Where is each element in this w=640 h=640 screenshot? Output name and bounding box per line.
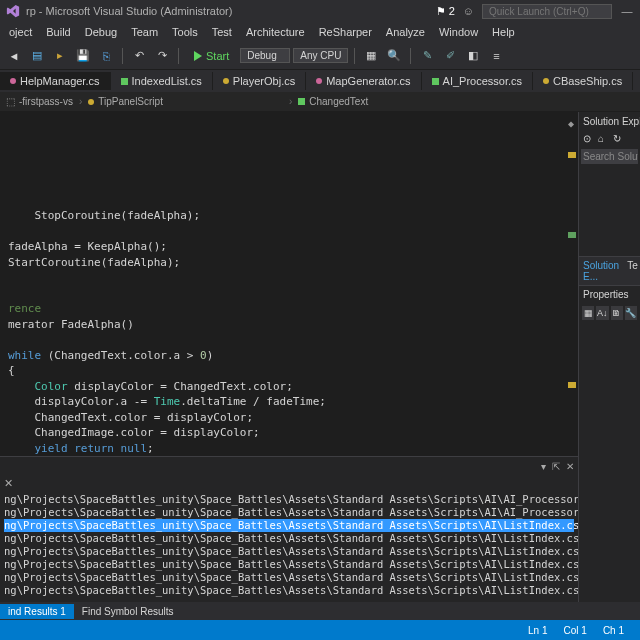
file-type-icon xyxy=(10,78,16,84)
change-marker-icon xyxy=(568,152,576,158)
doc-tab[interactable]: HelpManager.cs xyxy=(0,72,111,90)
extra-1-icon[interactable]: ▦ xyxy=(361,46,381,66)
uncomment-icon[interactable]: ✐ xyxy=(440,46,460,66)
change-marker-icon xyxy=(568,382,576,388)
find-results-tab[interactable]: ind Results 1 xyxy=(0,604,74,619)
close-icon[interactable]: ✕ xyxy=(4,477,13,490)
tab-label: AI_Processor.cs xyxy=(443,75,522,87)
doc-tab[interactable]: CBaseShip.cs xyxy=(533,72,633,90)
menu-debug[interactable]: Debug xyxy=(78,24,124,40)
menu-analyze[interactable]: Analyze xyxy=(379,24,432,40)
menu-oject[interactable]: oject xyxy=(2,24,39,40)
menu-bar: ojectBuildDebugTeamToolsTestArchitecture… xyxy=(0,22,640,42)
home2-icon[interactable]: ⌂ xyxy=(598,133,610,145)
find-results-list[interactable]: ng\Projects\SpaceBattles_unity\Space_Bat… xyxy=(0,491,578,602)
right-sidebar: Solution Explorer ⊙ ⌂ ↻ Search Solution … xyxy=(578,112,640,602)
find-results-panel: ▾ ⇱ ✕ ✕ ng\Projects\SpaceBattles_unity\S… xyxy=(0,456,578,602)
wrench-icon[interactable]: 🔧 xyxy=(625,306,637,320)
status-ch: Ch 1 xyxy=(603,625,624,636)
menu-resharper[interactable]: ReSharper xyxy=(312,24,379,40)
config-combo[interactable]: Debug xyxy=(240,48,290,63)
solution-search-input[interactable]: Search Solution xyxy=(581,149,638,164)
categorize-icon[interactable]: ▦ xyxy=(582,306,594,320)
find-icon[interactable]: 🔍 xyxy=(384,46,404,66)
properties-title: Properties xyxy=(579,285,640,303)
tab-label: MapGenerator.cs xyxy=(326,75,410,87)
file-type-icon xyxy=(316,78,322,84)
doc-tab[interactable]: PlayerGUI.cs xyxy=(633,72,640,90)
team-tab[interactable]: Te xyxy=(623,257,640,285)
refresh-icon[interactable]: ↻ xyxy=(613,133,625,145)
doc-tab[interactable]: MapGenerator.cs xyxy=(306,72,421,90)
breadcrumb-bar: ⬚-firstpass-vs › TipPanelScript › Change… xyxy=(0,92,640,112)
find-symbol-tab[interactable]: Find Symbol Results xyxy=(74,604,182,619)
menu-window[interactable]: Window xyxy=(432,24,485,40)
bottom-tabs: ind Results 1 Find Symbol Results xyxy=(0,602,640,620)
notification-flag-icon[interactable]: ⚑ 2 xyxy=(436,5,455,18)
code-editor[interactable]: ◆ StopCoroutine(fadeAlpha); fadeAlpha = … xyxy=(0,112,578,456)
bookmark-icon[interactable]: ◧ xyxy=(463,46,483,66)
doc-tab[interactable]: PlayerObj.cs xyxy=(213,72,306,90)
quick-launch-input[interactable] xyxy=(482,4,612,19)
pushpin-icon[interactable]: ⇱ xyxy=(552,461,560,472)
doc-tabs: HelpManager.csIndexedList.csPlayerObj.cs… xyxy=(0,70,640,92)
menu-test[interactable]: Test xyxy=(205,24,239,40)
file-type-icon xyxy=(223,78,229,84)
doc-tab[interactable]: IndexedList.cs xyxy=(111,72,213,90)
solution-tab[interactable]: Solution E... xyxy=(579,257,623,285)
window-title: rp - Microsoft Visual Studio (Administra… xyxy=(26,5,436,17)
start-button[interactable]: Start xyxy=(185,48,237,64)
tab-label: IndexedList.cs xyxy=(132,75,202,87)
format-icon[interactable]: ≡ xyxy=(486,46,506,66)
crumb-assembly[interactable]: ⬚-firstpass-vs xyxy=(0,96,79,107)
save-icon[interactable]: 💾 xyxy=(73,46,93,66)
tab-label: PlayerObj.cs xyxy=(233,75,295,87)
menu-team[interactable]: Team xyxy=(124,24,165,40)
undo-icon[interactable]: ↶ xyxy=(129,46,149,66)
menu-architecture[interactable]: Architecture xyxy=(239,24,312,40)
doc-tab[interactable]: AI_Processor.cs xyxy=(422,72,533,90)
redo-icon[interactable]: ↷ xyxy=(152,46,172,66)
menu-tools[interactable]: Tools xyxy=(165,24,205,40)
sort-icon[interactable]: A↓ xyxy=(596,306,608,320)
nav-back-icon[interactable]: ◄ xyxy=(4,46,24,66)
prop-page-icon[interactable]: 🗎 xyxy=(611,306,623,320)
feedback-icon[interactable]: ☺ xyxy=(463,5,474,17)
change-marker-icon xyxy=(568,232,576,238)
menu-build[interactable]: Build xyxy=(39,24,77,40)
toolbar: ◄ ▤ ▸ 💾 ⎘ ↶ ↷ Start Debug Any CPU ▦ 🔍 ✎ … xyxy=(0,42,640,70)
file-type-icon xyxy=(432,78,439,85)
vs-logo-icon xyxy=(6,4,20,18)
file-type-icon xyxy=(543,78,549,84)
crumb-class[interactable]: TipPanelScript xyxy=(82,96,169,107)
menu-help[interactable]: Help xyxy=(485,24,522,40)
status-col: Col 1 xyxy=(564,625,587,636)
open-icon[interactable]: ▸ xyxy=(50,46,70,66)
status-bar: Ln 1 Col 1 Ch 1 xyxy=(0,620,640,640)
tab-label: CBaseShip.cs xyxy=(553,75,622,87)
comment-icon[interactable]: ✎ xyxy=(417,46,437,66)
new-icon[interactable]: ▤ xyxy=(27,46,47,66)
pin-icon[interactable]: ▾ xyxy=(541,461,546,472)
solution-explorer-title: Solution Explorer xyxy=(579,112,640,131)
scroll-mode-icon[interactable]: ◆ xyxy=(568,116,574,132)
title-bar: rp - Microsoft Visual Studio (Administra… xyxy=(0,0,640,22)
close-icon[interactable]: ✕ xyxy=(566,461,574,472)
status-ln: Ln 1 xyxy=(528,625,547,636)
file-type-icon xyxy=(121,78,128,85)
crumb-member[interactable]: ChangedText xyxy=(292,96,374,107)
save-all-icon[interactable]: ⎘ xyxy=(96,46,116,66)
home-icon[interactable]: ⊙ xyxy=(583,133,595,145)
tab-label: HelpManager.cs xyxy=(20,75,100,87)
platform-combo[interactable]: Any CPU xyxy=(293,48,348,63)
minimize-icon[interactable]: — xyxy=(620,5,634,17)
